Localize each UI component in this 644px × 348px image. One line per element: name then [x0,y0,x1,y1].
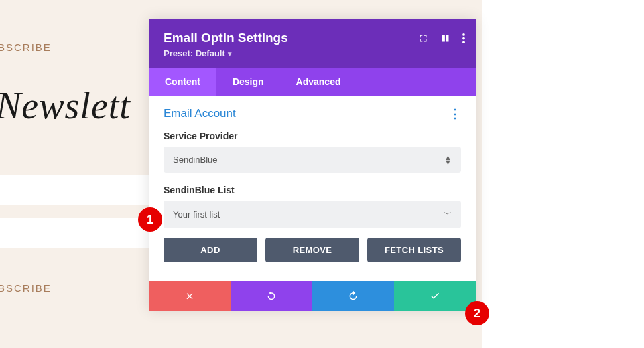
background-text-subscribe-top: BSCRIBE [0,41,52,53]
section-header: Email Account ⋮ [164,106,461,121]
close-icon [185,291,194,300]
redo-button[interactable] [312,281,394,311]
modal-header: Email Optin Settings Preset: Default▼ [149,19,476,68]
modal-title: Email Optin Settings [164,31,461,46]
background-text-subscribe-bottom: BSCRIBE [0,282,52,294]
kebab-menu-icon[interactable] [462,33,465,44]
cancel-button[interactable] [149,281,231,311]
redo-icon [348,290,359,301]
save-button[interactable] [394,281,476,311]
tab-content[interactable]: Content [149,68,216,96]
modal-header-icons [418,33,465,44]
tab-bar: Content Design Advanced [149,68,476,96]
svg-point-2 [462,41,465,44]
remove-button[interactable]: REMOVE [265,238,359,262]
preset-selector[interactable]: Preset: Default▼ [164,48,461,58]
undo-button[interactable] [231,281,312,311]
check-icon [430,290,440,301]
svg-point-1 [462,37,465,40]
background-text-newsletter: Newslett [0,84,131,127]
fetch-lists-button[interactable]: FETCH LISTS [367,238,461,262]
add-button[interactable]: ADD [164,238,257,262]
annotation-badge-2: 2 [465,301,489,325]
annotation-badge-1: 1 [138,207,162,232]
service-provider-label: Service Provider [164,130,461,141]
undo-icon [266,290,277,301]
tab-design[interactable]: Design [216,68,280,96]
chevron-down-icon: ﹀ [444,209,452,220]
settings-modal: Email Optin Settings Preset: Default▼ Co… [149,19,476,311]
list-value: Your first list [173,209,220,220]
list-action-row: ADD REMOVE FETCH LISTS [164,238,461,262]
list-select[interactable]: Your first list ﹀ [164,201,461,228]
service-provider-value: SendinBlue [173,155,218,165]
caret-down-icon: ▼ [227,50,233,58]
section-menu-icon[interactable]: ⋮ [449,106,461,121]
modal-footer [149,281,476,311]
columns-icon[interactable] [440,33,450,44]
preset-label-prefix: Preset: [164,48,196,58]
section-title[interactable]: Email Account [164,107,236,120]
tab-advanced[interactable]: Advanced [280,68,357,96]
service-provider-select[interactable]: SendinBlue ▲▼ [164,147,461,173]
svg-point-0 [462,33,465,36]
preset-value: Default [196,48,225,58]
modal-body: Email Account ⋮ Service Provider SendinB… [149,96,476,281]
expand-icon[interactable] [418,33,428,44]
sort-updown-icon: ▲▼ [444,155,452,164]
list-label: SendinBlue List [164,185,461,195]
